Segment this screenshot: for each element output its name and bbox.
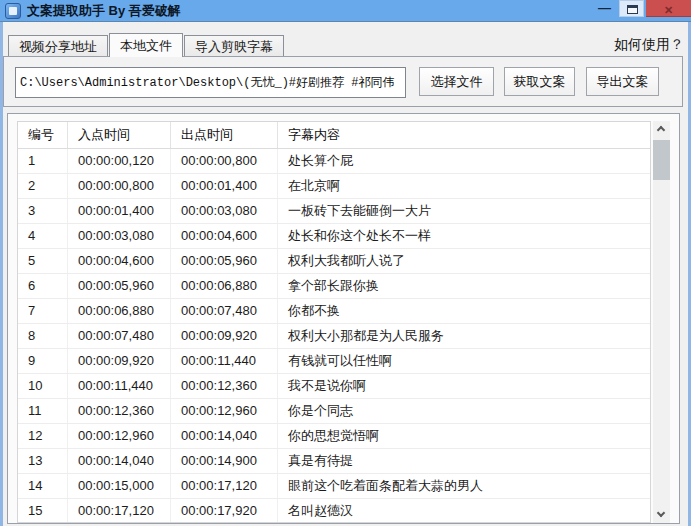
table-cell: 处长算个屁 [278,149,650,173]
subtitle-table-panel: 编号 入点时间 出点时间 字幕内容 100:00:00,12000:00:00,… [7,113,680,524]
table-cell: 00:00:17,120 [68,499,171,523]
table-cell: 13 [18,449,68,473]
table-cell: 5 [18,249,68,273]
table-cell: 00:00:12,960 [171,399,278,423]
table-row[interactable]: 600:00:05,96000:00:06,880拿个部长跟你换 [18,274,650,299]
minimize-button[interactable]: — [592,0,617,17]
table-cell: 00:00:07,480 [68,324,171,348]
table-row[interactable]: 1400:00:15,00000:00:17,120眼前这个吃着面条配着大蒜的男… [18,474,650,499]
table-cell: 00:00:07,480 [171,299,278,323]
table-row[interactable]: 1000:00:11,44000:00:12,360我不是说你啊 [18,374,650,399]
table-row[interactable]: 200:00:00,80000:00:01,400在北京啊 [18,174,650,199]
table-cell: 00:00:15,000 [68,474,171,498]
table-row[interactable]: 1200:00:12,96000:00:14,040你的思想觉悟啊 [18,424,650,449]
table-cell: 你是个同志 [278,399,650,423]
scroll-up-button[interactable] [653,121,670,138]
table-cell: 00:00:17,120 [171,474,278,498]
table-cell: 00:00:04,600 [171,224,278,248]
app-icon [5,3,21,19]
table-cell: 00:00:17,920 [171,499,278,523]
column-header-out-time[interactable]: 出点时间 [171,122,278,148]
table-cell: 00:00:04,600 [68,249,171,273]
subtitle-table: 编号 入点时间 出点时间 字幕内容 100:00:00,12000:00:00,… [17,121,651,523]
app-window: 文案提取助手 By 吾爱破解 — ✕ 如何使用？ 视频分享地址 本地文件 导入剪… [0,0,691,526]
table-cell: 一板砖下去能砸倒一大片 [278,199,650,223]
tabstrip: 视频分享地址 本地文件 导入剪映字幕 [8,33,285,57]
table-cell: 8 [18,324,68,348]
table-body: 100:00:00,12000:00:00,800处长算个屁200:00:00,… [18,149,650,523]
table-cell: 00:00:14,040 [68,449,171,473]
table-cell: 00:00:01,400 [68,199,171,223]
table-row[interactable]: 300:00:01,40000:00:03,080一板砖下去能砸倒一大片 [18,199,650,224]
window-title: 文案提取助手 By 吾爱破解 [27,0,181,22]
table-cell: 我不是说你啊 [278,374,650,398]
column-header-in-time[interactable]: 入点时间 [68,122,171,148]
table-cell: 拿个部长跟你换 [278,274,650,298]
help-link[interactable]: 如何使用？ [614,36,684,54]
table-cell: 3 [18,199,68,223]
tab-import-jianying-subtitle[interactable]: 导入剪映字幕 [184,35,284,57]
table-cell: 9 [18,349,68,373]
table-cell: 00:00:01,400 [171,174,278,198]
table-cell: 00:00:05,960 [68,274,171,298]
maximize-icon [627,5,638,14]
table-row[interactable]: 1300:00:14,04000:00:14,900真是有待提 [18,449,650,474]
table-cell: 你都不换 [278,299,650,323]
table-cell: 你的思想觉悟啊 [278,424,650,448]
table-cell: 00:00:05,960 [171,249,278,273]
table-cell: 4 [18,224,68,248]
tab-local-file[interactable]: 本地文件 [109,33,183,57]
tab-video-share-url[interactable]: 视频分享地址 [8,35,108,57]
close-button[interactable]: ✕ [646,0,691,17]
table-cell: 6 [18,274,68,298]
chevron-down-icon [657,509,665,517]
table-cell: 00:00:06,880 [68,299,171,323]
table-row[interactable]: 800:00:07,48000:00:09,920权利大小那都是为人民服务 [18,324,650,349]
table-cell: 14 [18,474,68,498]
table-header-row: 编号 入点时间 出点时间 字幕内容 [18,122,650,149]
table-cell: 00:00:09,920 [171,324,278,348]
table-row[interactable]: 700:00:06,88000:00:07,480你都不换 [18,299,650,324]
table-cell: 真是有待提 [278,449,650,473]
table-cell: 2 [18,174,68,198]
table-cell: 10 [18,374,68,398]
scrollbar-thumb[interactable] [653,140,670,180]
vertical-scrollbar[interactable] [653,121,670,523]
table-cell: 00:00:03,080 [68,224,171,248]
table-cell: 名叫赵德汉 [278,499,650,523]
table-cell: 00:00:00,800 [171,149,278,173]
table-cell: 00:00:11,440 [171,349,278,373]
table-cell: 00:00:11,440 [68,374,171,398]
maximize-button[interactable] [619,0,644,17]
table-row[interactable]: 400:00:03,08000:00:04,600处长和你这个处长不一样 [18,224,650,249]
table-cell: 00:00:00,120 [68,149,171,173]
table-cell: 00:00:03,080 [171,199,278,223]
table-row[interactable]: 500:00:04,60000:00:05,960权利大我都听人说了 [18,249,650,274]
column-header-subtitle-content[interactable]: 字幕内容 [278,122,650,148]
get-text-button[interactable]: 获取文案 [504,67,575,96]
titlebar[interactable]: 文案提取助手 By 吾爱破解 — ✕ [0,0,691,22]
export-text-button[interactable]: 导出文案 [586,67,659,96]
table-cell: 00:00:06,880 [171,274,278,298]
table-cell: 11 [18,399,68,423]
table-row[interactable]: 900:00:09,92000:00:11,440有钱就可以任性啊 [18,349,650,374]
table-cell: 00:00:00,800 [68,174,171,198]
file-path-input[interactable] [15,67,406,98]
table-row[interactable]: 1500:00:17,12000:00:17,920名叫赵德汉 [18,499,650,523]
table-cell: 权利大我都听人说了 [278,249,650,273]
select-file-button[interactable]: 选择文件 [419,67,494,96]
table-cell: 有钱就可以任性啊 [278,349,650,373]
table-cell: 00:00:14,900 [171,449,278,473]
table-cell: 权利大小那都是为人民服务 [278,324,650,348]
column-header-number[interactable]: 编号 [18,122,68,148]
close-icon: ✕ [664,4,673,16]
table-cell: 1 [18,149,68,173]
table-cell: 15 [18,499,68,523]
table-cell: 00:00:12,360 [68,399,171,423]
chevron-up-icon [657,126,665,134]
table-cell: 00:00:12,360 [171,374,278,398]
scroll-down-button[interactable] [653,506,670,523]
table-row[interactable]: 1100:00:12,36000:00:12,960你是个同志 [18,399,650,424]
table-row[interactable]: 100:00:00,12000:00:00,800处长算个屁 [18,149,650,174]
table-cell: 00:00:14,040 [171,424,278,448]
